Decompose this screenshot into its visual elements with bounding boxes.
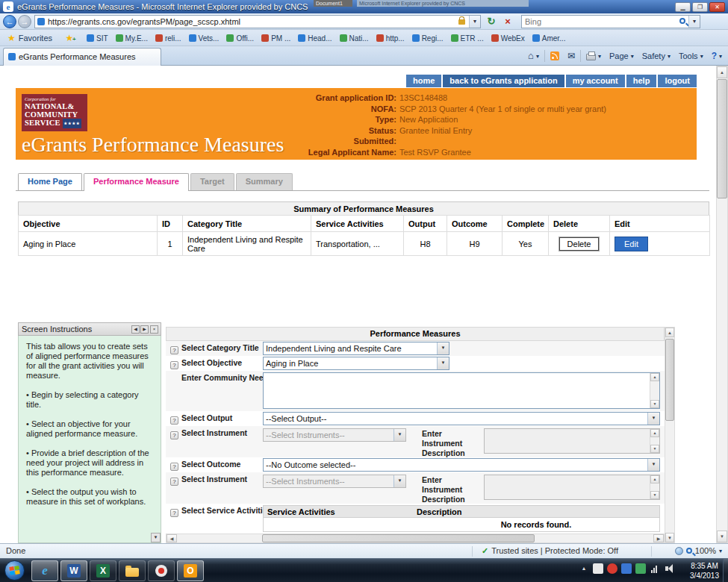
refresh-button[interactable]: ↻ bbox=[484, 15, 499, 28]
excel-taskbar-button[interactable]: X bbox=[90, 560, 116, 581]
internet-explorer-taskbar-button[interactable]: e bbox=[31, 560, 58, 581]
delete-button[interactable]: Delete bbox=[559, 237, 600, 251]
zoom-control[interactable]: 100% ▾ bbox=[675, 546, 722, 555]
feeds-button[interactable] bbox=[547, 48, 562, 63]
outcome-select[interactable]: --No Outcome selected--▼ bbox=[263, 458, 660, 472]
tab-row: eGrants Performance Measures ⌂▾ ✉ ▾ Page… bbox=[0, 46, 728, 66]
close-button[interactable]: ✕ bbox=[709, 2, 725, 12]
scroll-up-icon[interactable]: ▲ bbox=[665, 328, 674, 337]
form-vertical-scrollbar[interactable]: ▲ ▼ bbox=[665, 327, 675, 543]
help-icon[interactable]: ? bbox=[170, 463, 178, 471]
cell-outcome: H9 bbox=[447, 232, 503, 256]
scroll-up-icon[interactable]: ▲ bbox=[717, 66, 727, 78]
word-taskbar-button[interactable]: W bbox=[60, 560, 87, 581]
page-vertical-scrollbar[interactable]: ▲ ▼ bbox=[716, 66, 728, 543]
add-favorite-button[interactable]: ★+ bbox=[63, 31, 79, 45]
favorite-item[interactable]: WebEx bbox=[488, 31, 528, 45]
category-title-select[interactable]: Independent Living and Respite Care▼ bbox=[263, 342, 449, 355]
hidden-icons-button[interactable]: ▲ bbox=[579, 563, 589, 574]
scrollbar-thumb[interactable] bbox=[262, 534, 535, 542]
network-icon[interactable] bbox=[650, 563, 660, 574]
search-icon[interactable] bbox=[679, 18, 685, 24]
volume-icon[interactable] bbox=[664, 563, 674, 574]
scroll-down-icon[interactable]: ▼ bbox=[650, 400, 659, 408]
stop-button[interactable]: × bbox=[500, 15, 515, 28]
tray-icon[interactable] bbox=[593, 563, 603, 574]
tray-icon[interactable] bbox=[621, 563, 632, 574]
start-button[interactable] bbox=[4, 560, 25, 581]
close-panel-button[interactable]: × bbox=[150, 325, 158, 334]
favorite-item[interactable]: Offi... bbox=[223, 31, 257, 45]
search-dropdown-arrow-icon[interactable]: ▾ bbox=[688, 16, 700, 28]
url-input[interactable] bbox=[48, 16, 455, 27]
favorite-item[interactable]: http... bbox=[373, 31, 408, 45]
page-menu[interactable]: Page▾ bbox=[606, 48, 637, 63]
show-desktop-button[interactable] bbox=[723, 559, 728, 582]
favorite-item[interactable]: ETR ... bbox=[448, 31, 487, 45]
print-button[interactable]: ▾ bbox=[583, 48, 604, 63]
tab-summary: Summary bbox=[236, 173, 293, 190]
scroll-up-icon[interactable]: ▲ bbox=[650, 373, 659, 381]
windows-explorer-taskbar-button[interactable] bbox=[119, 560, 146, 581]
favorite-item[interactable]: reli... bbox=[152, 31, 184, 45]
tray-icon[interactable] bbox=[607, 563, 617, 574]
community-need-textarea[interactable]: ▲▼ bbox=[263, 372, 660, 409]
favorite-item[interactable]: Amer... bbox=[529, 31, 569, 45]
objective-select[interactable]: Aging in Place▼ bbox=[263, 357, 449, 370]
safety-menu[interactable]: Safety▾ bbox=[639, 48, 673, 63]
background-window-title: Microsoft Internet Explorer provided by … bbox=[357, 0, 529, 7]
scrollbar-thumb[interactable] bbox=[717, 79, 727, 198]
instrument-description-textarea: ▲▼ bbox=[484, 428, 660, 454]
edit-button[interactable]: Edit bbox=[615, 237, 648, 251]
back-button[interactable]: ← bbox=[3, 15, 16, 28]
help-icon[interactable]: ? bbox=[170, 431, 178, 439]
grant-info: Grant application ID:13SC148488 NOFA:SCP… bbox=[240, 93, 691, 157]
scroll-right-icon[interactable]: ▶ bbox=[653, 534, 664, 542]
scroll-down-icon[interactable]: ▼ bbox=[717, 531, 727, 542]
taskbar-clock[interactable]: 8:35 AM 3/4/2013 bbox=[690, 561, 719, 581]
scroll-down-button[interactable]: ▼ bbox=[151, 533, 161, 542]
favorite-item[interactable]: Head... bbox=[295, 31, 335, 45]
scroll-right-button[interactable]: ▶ bbox=[140, 325, 149, 334]
help-icon[interactable]: ? bbox=[170, 416, 178, 425]
form-title: Performance Measures bbox=[166, 327, 665, 341]
scroll-left-button[interactable]: ◀ bbox=[131, 325, 140, 334]
scroll-down-icon[interactable]: ▼ bbox=[665, 533, 674, 542]
browser-tab[interactable]: eGrants Performance Measures bbox=[3, 48, 161, 66]
scrollbar-thumb[interactable] bbox=[665, 339, 674, 421]
nav-home-button[interactable]: home bbox=[406, 75, 441, 87]
nav-help-button[interactable]: help bbox=[626, 75, 657, 87]
forward-button[interactable]: → bbox=[18, 15, 31, 28]
help-icon[interactable]: ? bbox=[170, 478, 178, 486]
favorite-item[interactable]: Regi... bbox=[409, 31, 447, 45]
favorite-item[interactable]: PM ... bbox=[258, 31, 293, 45]
favorites-button[interactable]: ★Favorites bbox=[3, 31, 57, 45]
favorite-item[interactable]: My.E... bbox=[113, 31, 151, 45]
help-icon[interactable]: ? bbox=[170, 509, 178, 517]
output-select[interactable]: --Select Output--▼ bbox=[263, 412, 660, 425]
maximize-button[interactable]: ❐ bbox=[692, 2, 708, 12]
instrument-description-textarea: ▲▼ bbox=[484, 475, 660, 500]
media-player-taskbar-button[interactable] bbox=[148, 560, 175, 581]
tray-icon[interactable] bbox=[635, 563, 646, 574]
favorite-item[interactable]: SIT bbox=[84, 31, 111, 45]
tab-performance-measure[interactable]: Performance Measure bbox=[84, 173, 189, 191]
help-icon[interactable]: ? bbox=[170, 346, 178, 354]
favorite-item[interactable]: Nati... bbox=[337, 31, 372, 45]
scroll-left-icon[interactable]: ◀ bbox=[167, 534, 177, 542]
address-dropdown-arrow-icon[interactable]: ▾ bbox=[469, 16, 480, 28]
nav-back-to-egrants-button[interactable]: back to eGrants application bbox=[443, 75, 564, 87]
nav-my-account-button[interactable]: my account bbox=[566, 75, 625, 87]
outlook-taskbar-button[interactable]: O bbox=[177, 560, 204, 581]
favorite-item[interactable]: Vets... bbox=[186, 31, 223, 45]
search-input[interactable] bbox=[525, 16, 667, 27]
nav-logout-button[interactable]: logout bbox=[658, 75, 697, 87]
tools-menu[interactable]: Tools▾ bbox=[676, 48, 706, 63]
tab-home-page[interactable]: Home Page bbox=[18, 173, 82, 190]
read-mail-button[interactable]: ✉ bbox=[564, 48, 578, 63]
home-button[interactable]: ⌂▾ bbox=[525, 48, 542, 63]
help-button[interactable]: ?▾ bbox=[709, 48, 725, 63]
minimize-button[interactable]: ▁ bbox=[675, 2, 691, 12]
horizontal-scrollbar[interactable]: ◀ ▶ bbox=[166, 534, 665, 543]
help-icon[interactable]: ? bbox=[170, 361, 178, 369]
